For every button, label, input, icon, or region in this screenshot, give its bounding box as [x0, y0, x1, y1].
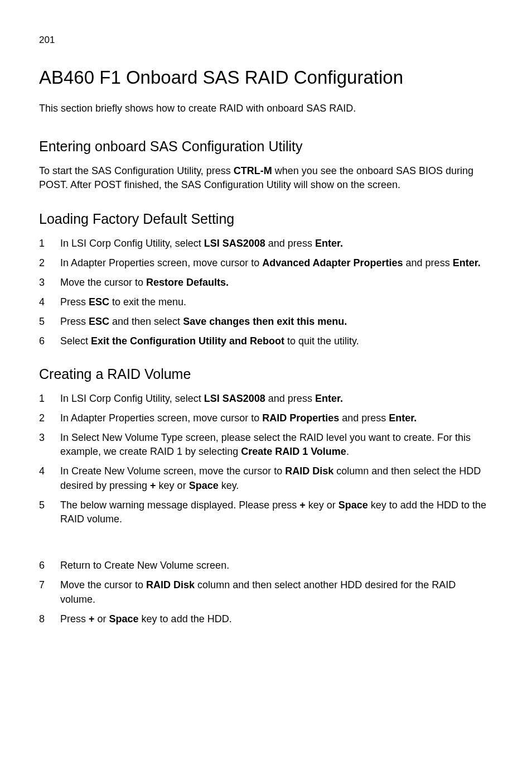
list-item-number: 1 [39, 237, 45, 251]
list-item: 1In LSI Corp Config Utility, select LSI … [39, 392, 493, 406]
bold-text: RAID Disk [285, 465, 333, 477]
text-run: In Create New Volume screen, move the cu… [60, 465, 285, 477]
bold-text: + [299, 499, 306, 511]
bold-text: Restore Defaults. [146, 277, 229, 288]
list-item: 3Move the cursor to Restore Defaults. [39, 276, 493, 290]
text-run: and press [265, 393, 315, 404]
text-run: key to add the HDD. [139, 613, 232, 624]
intro-paragraph: This section briefly shows how to create… [39, 102, 493, 116]
text-run: . [346, 446, 349, 457]
list-item: 1In LSI Corp Config Utility, select LSI … [39, 237, 493, 251]
list-item-content: Return to Create New Volume screen. [60, 560, 229, 571]
bold-text: RAID Disk [146, 579, 195, 590]
list-item: 5The below warning message displayed. Pl… [39, 498, 493, 526]
text-run: Return to Create New Volume screen. [60, 560, 229, 571]
section2-list: 1In LSI Corp Config Utility, select LSI … [39, 237, 493, 349]
text-run: key. [219, 480, 239, 491]
bold-text: Create RAID 1 Volume [241, 446, 346, 457]
list-item: 4Press ESC to exit the menu. [39, 295, 493, 309]
list-item: 4In Create New Volume screen, move the c… [39, 464, 493, 492]
list-item-content: Move the cursor to Restore Defaults. [60, 277, 229, 288]
bold-text: LSI SAS2008 [204, 238, 265, 249]
bold-text: RAID Properties [262, 412, 339, 424]
list-item-number: 2 [39, 256, 45, 270]
text-run: In Adapter Properties screen, move curso… [60, 257, 262, 268]
bold-text: ESC [89, 316, 109, 327]
bold-text: Advanced Adapter Properties [262, 257, 403, 268]
list-item-content: Select Exit the Configuration Utility an… [60, 335, 359, 347]
text-run: In Adapter Properties screen, move curso… [60, 412, 262, 424]
section1-heading: Entering onboard SAS Configuration Utili… [39, 137, 493, 156]
list-item-content: In LSI Corp Config Utility, select LSI S… [60, 393, 343, 404]
text-run: and press [339, 412, 389, 424]
text-run: to exit the menu. [109, 296, 186, 307]
list-item-content: In LSI Corp Config Utility, select LSI S… [60, 238, 343, 249]
section3-list: 1In LSI Corp Config Utility, select LSI … [39, 392, 493, 626]
list-item-number: 4 [39, 295, 45, 309]
list-item-content: The below warning message displayed. Ple… [60, 499, 486, 525]
list-item: 2In Adapter Properties screen, move curs… [39, 256, 493, 270]
text-run: The below warning message displayed. Ple… [60, 499, 299, 511]
bold-text: Enter. [315, 393, 343, 404]
bold-text: Enter. [315, 238, 343, 249]
bold-text: + [150, 480, 156, 491]
text-run: In LSI Corp Config Utility, select [60, 238, 204, 249]
list-item-number: 6 [39, 334, 45, 348]
bold-text: Space [338, 499, 368, 511]
text-run: and press [265, 238, 315, 249]
text-run: Select [60, 335, 91, 347]
list-item-number: 5 [39, 498, 45, 512]
bold-text: Space [109, 613, 139, 624]
page-number: 201 [39, 33, 493, 47]
list-item-content: In Create New Volume screen, move the cu… [60, 465, 481, 491]
list-item: 7Move the cursor to RAID Disk column and… [39, 578, 493, 606]
section3-heading: Creating a RAID Volume [39, 364, 493, 384]
page-title: AB460 F1 Onboard SAS RAID Configuration [39, 65, 493, 90]
list-item-number: 4 [39, 464, 45, 478]
bold-text: LSI SAS2008 [204, 393, 265, 404]
list-item-number: 1 [39, 392, 45, 406]
list-item: 5Press ESC and then select Save changes … [39, 315, 493, 329]
text-run: Press [60, 296, 89, 307]
text-run: Press [60, 613, 89, 624]
list-item-content: Press + or Space key to add the HDD. [60, 613, 232, 624]
list-item: 8Press + or Space key to add the HDD. [39, 612, 493, 626]
text-run: or [95, 613, 109, 624]
bold-text: Space [189, 480, 219, 491]
list-item-content: Press ESC to exit the menu. [60, 296, 186, 307]
bold-text: Save changes then exit this menu. [183, 316, 347, 327]
list-item-number: 7 [39, 578, 45, 592]
list-item-content: Press ESC and then select Save changes t… [60, 316, 347, 327]
section2-heading: Loading Factory Default Setting [39, 209, 493, 229]
text-run: and press [403, 257, 453, 268]
text-run: Move the cursor to [60, 579, 146, 590]
text-run: To start the SAS Configuration Utility, … [39, 165, 234, 176]
bold-text: Exit the Configuration Utility and Reboo… [91, 335, 284, 347]
section1-paragraph: To start the SAS Configuration Utility, … [39, 164, 493, 192]
text-run: key or [306, 499, 338, 511]
list-item-content: In Adapter Properties screen, move curso… [60, 257, 481, 268]
text-run: In LSI Corp Config Utility, select [60, 393, 204, 404]
list-item: 6Select Exit the Configuration Utility a… [39, 334, 493, 348]
list-item: 2In Adapter Properties screen, move curs… [39, 411, 493, 425]
bold-text: CTRL-M [234, 165, 272, 176]
list-item-number: 3 [39, 431, 45, 445]
bold-text: Enter. [389, 412, 417, 424]
list-item-content: Move the cursor to RAID Disk column and … [60, 579, 456, 604]
bold-text: ESC [89, 296, 109, 307]
list-item-content: In Adapter Properties screen, move curso… [60, 412, 417, 424]
text-run: key or [156, 480, 189, 491]
text-run: Press [60, 316, 89, 327]
list-item-number: 3 [39, 276, 45, 290]
list-item: 3In Select New Volume Type screen, pleas… [39, 431, 493, 459]
text-run: to quit the utility. [284, 335, 359, 347]
list-item-number: 8 [39, 612, 45, 626]
list-item: 6Return to Create New Volume screen. [39, 559, 493, 573]
text-run: and then select [109, 316, 183, 327]
bold-text: Enter. [453, 257, 481, 268]
text-run: Move the cursor to [60, 277, 146, 288]
list-item-number: 6 [39, 559, 45, 573]
list-item-number: 2 [39, 411, 45, 425]
list-item-number: 5 [39, 315, 45, 329]
bold-text: + [89, 613, 95, 624]
